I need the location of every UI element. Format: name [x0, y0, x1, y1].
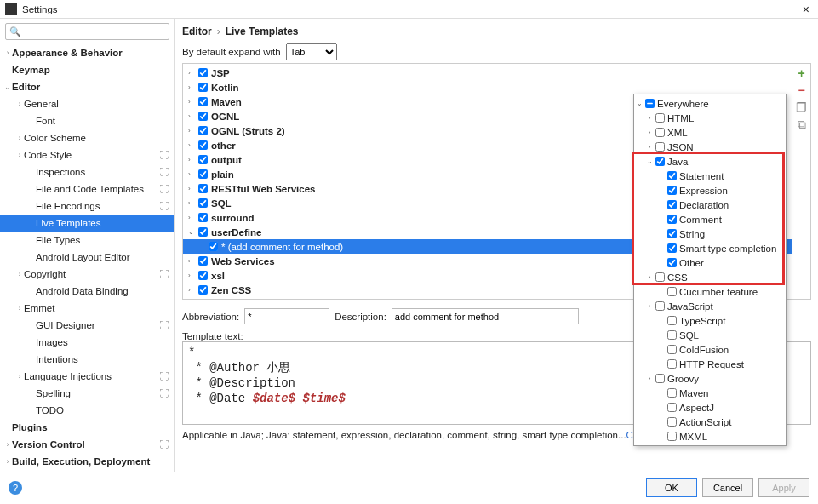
template-checkbox[interactable]: [198, 227, 208, 237]
context-checkbox[interactable]: [667, 403, 677, 412]
sidebar-item[interactable]: ›Emmet: [0, 300, 174, 317]
context-item[interactable]: HTTP Request: [634, 357, 786, 371]
template-group[interactable]: ›Kotlin: [183, 80, 792, 94]
context-item[interactable]: MXML: [634, 429, 786, 444]
sidebar-item[interactable]: Live Templates: [0, 215, 174, 232]
sidebar-item[interactable]: ›Copyright⛶: [0, 266, 174, 283]
template-checkbox[interactable]: [198, 97, 208, 106]
sidebar-item[interactable]: ›Version Control⛶: [0, 436, 174, 453]
template-checkbox[interactable]: [198, 198, 208, 208]
sidebar-item[interactable]: Plugins: [0, 419, 174, 436]
ok-button[interactable]: OK: [646, 478, 697, 497]
context-checkbox[interactable]: [667, 287, 677, 296]
context-checkbox[interactable]: [667, 359, 677, 369]
sidebar-item[interactable]: Android Layout Editor: [0, 249, 174, 266]
sidebar-item[interactable]: ⌄Editor: [0, 78, 174, 95]
context-checkbox[interactable]: [655, 301, 665, 311]
help-icon[interactable]: ?: [9, 481, 22, 495]
template-checkbox[interactable]: [198, 213, 208, 222]
context-popup[interactable]: ⌄Everywhere›HTML›XML›JSON⌄JavaStatementE…: [633, 94, 787, 446]
context-item[interactable]: ›CSS: [634, 270, 786, 284]
context-item[interactable]: ⌄Everywhere: [634, 96, 786, 111]
sidebar-item[interactable]: TODO: [0, 402, 174, 419]
sidebar-item[interactable]: Spelling⛶: [0, 385, 174, 402]
context-checkbox[interactable]: [655, 272, 665, 282]
search-input[interactable]: [23, 26, 165, 37]
context-item[interactable]: Declaration: [634, 198, 786, 212]
context-checkbox[interactable]: [667, 417, 677, 427]
context-checkbox[interactable]: [655, 157, 665, 166]
template-checkbox[interactable]: [198, 68, 208, 77]
template-checkbox[interactable]: [198, 83, 208, 92]
context-item[interactable]: Cucumber feature: [634, 284, 786, 299]
context-checkbox[interactable]: [667, 186, 677, 195]
copy-icon[interactable]: ❐: [796, 101, 808, 113]
sidebar-item[interactable]: GUI Designer⛶: [0, 317, 174, 334]
context-checkbox[interactable]: [667, 258, 677, 267]
template-group[interactable]: ›JSP: [183, 66, 792, 80]
template-checkbox[interactable]: [198, 155, 208, 164]
search-box[interactable]: 🔍: [5, 23, 169, 40]
context-item[interactable]: ›Groovy: [634, 371, 786, 386]
context-item[interactable]: Statement: [634, 169, 786, 183]
sidebar-item[interactable]: Android Data Binding: [0, 283, 174, 300]
context-item[interactable]: ›JavaScript: [634, 299, 786, 313]
sidebar-item[interactable]: Images: [0, 334, 174, 351]
context-item[interactable]: ›XML: [634, 125, 786, 140]
context-checkbox[interactable]: [667, 432, 677, 441]
sidebar-item[interactable]: ›Language Injections⛶: [0, 368, 174, 385]
template-checkbox[interactable]: [198, 256, 208, 266]
template-checkbox[interactable]: [198, 140, 208, 150]
sidebar-item[interactable]: ›Code Style⛶: [0, 146, 174, 163]
template-checkbox[interactable]: [209, 242, 218, 251]
context-item[interactable]: Smart type completion: [634, 241, 786, 255]
abbreviation-input[interactable]: [244, 308, 329, 324]
context-checkbox[interactable]: [667, 229, 677, 238]
context-item[interactable]: Expression: [634, 183, 786, 198]
sidebar-item[interactable]: File and Code Templates⛶: [0, 180, 174, 198]
context-checkbox[interactable]: [667, 243, 677, 253]
context-item[interactable]: ⌄Java: [634, 154, 786, 169]
sidebar-item[interactable]: File Encodings⛶: [0, 198, 174, 215]
template-checkbox[interactable]: [198, 112, 208, 121]
template-checkbox[interactable]: [198, 169, 208, 179]
sidebar-item[interactable]: Intentions: [0, 351, 174, 368]
sidebar-item[interactable]: ›General: [0, 95, 174, 112]
apply-button[interactable]: Apply: [758, 478, 809, 497]
close-icon[interactable]: ×: [799, 3, 813, 16]
sidebar-item[interactable]: Inspections⛶: [0, 163, 174, 180]
sidebar-item[interactable]: ›Color Scheme: [0, 129, 174, 146]
sidebar-item[interactable]: ›Appearance & Behavior: [0, 44, 174, 61]
context-item[interactable]: SQL: [634, 328, 786, 342]
context-item[interactable]: AspectJ: [634, 400, 786, 415]
remove-icon[interactable]: −: [796, 84, 808, 96]
template-checkbox[interactable]: [198, 126, 208, 135]
context-item[interactable]: ›JSON: [634, 140, 786, 154]
context-checkbox[interactable]: [667, 171, 677, 180]
template-checkbox[interactable]: [198, 285, 208, 295]
add-icon[interactable]: +: [796, 67, 808, 79]
sidebar-item[interactable]: Font: [0, 112, 174, 129]
context-checkbox[interactable]: [655, 113, 665, 123]
context-item[interactable]: Maven: [634, 386, 786, 400]
template-checkbox[interactable]: [198, 184, 208, 193]
context-checkbox[interactable]: [667, 200, 677, 209]
context-item[interactable]: Comment: [634, 212, 786, 226]
context-checkbox[interactable]: [667, 388, 677, 398]
breadcrumb-root[interactable]: Editor: [182, 26, 212, 37]
context-checkbox[interactable]: [667, 330, 677, 340]
context-checkbox[interactable]: [655, 128, 665, 137]
context-item[interactable]: String: [634, 226, 786, 241]
context-item[interactable]: Other: [634, 255, 786, 270]
context-checkbox[interactable]: [667, 345, 677, 354]
cancel-button[interactable]: Cancel: [702, 478, 753, 497]
context-checkbox[interactable]: [645, 99, 655, 108]
context-item[interactable]: TypeScript: [634, 313, 786, 328]
context-checkbox[interactable]: [667, 316, 677, 325]
context-item[interactable]: ActionScript: [634, 415, 786, 429]
context-checkbox[interactable]: [667, 215, 677, 224]
template-checkbox[interactable]: [198, 271, 208, 280]
context-item[interactable]: ColdFusion: [634, 342, 786, 357]
expand-select[interactable]: Tab: [286, 43, 337, 60]
sidebar-item[interactable]: Keymap: [0, 61, 174, 78]
